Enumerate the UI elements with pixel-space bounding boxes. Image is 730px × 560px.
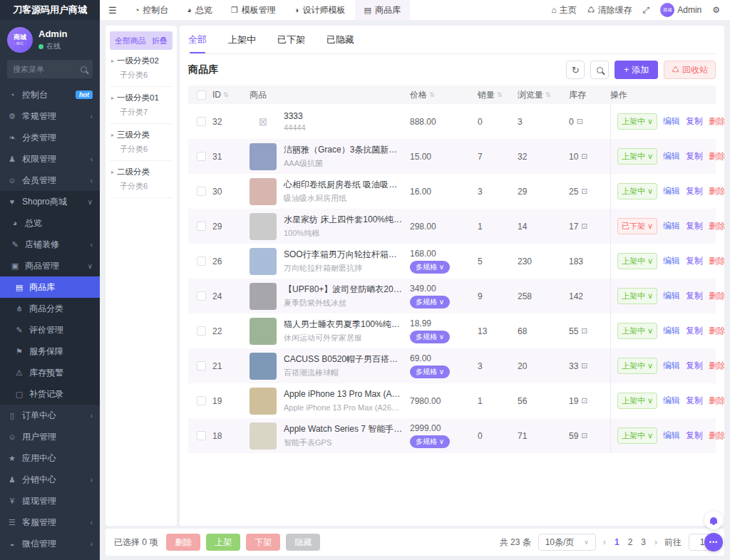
- sidebar-item-stock-warning[interactable]: ⚠库存预警: [0, 362, 100, 383]
- page-3[interactable]: 3: [641, 537, 646, 547]
- tree-node[interactable]: ▸一级分类01子分类7: [110, 87, 173, 124]
- sidebar-item-withdraw[interactable]: ¥提现管理: [0, 490, 100, 512]
- sidebar-item-wechat[interactable]: ◒微信管理‹: [0, 533, 100, 554]
- bulk-delete-button[interactable]: 删除: [166, 534, 200, 551]
- clear-cache-button[interactable]: ♺清除缓存: [587, 4, 632, 16]
- topbar-user[interactable]: 商城 Admin: [660, 3, 701, 17]
- home-link[interactable]: ⌂主页: [552, 4, 577, 16]
- sidebar-item-general[interactable]: ⚙常规管理‹: [0, 105, 100, 127]
- page-size-select[interactable]: 10条/页 ∨: [538, 534, 596, 551]
- topbar-tab-overview[interactable]: ◕总览: [178, 0, 222, 20]
- row-checkbox[interactable]: [197, 291, 206, 301]
- delete-link[interactable]: 删除: [709, 150, 724, 162]
- user-avatar[interactable]: 商城 - BIC -: [7, 27, 33, 53]
- status-dropdown[interactable]: 上架中 ∨: [617, 253, 657, 269]
- status-dropdown[interactable]: 上架中 ∨: [617, 288, 657, 304]
- stock-box-icon[interactable]: ⊡: [581, 361, 587, 370]
- sidebar-item-review[interactable]: ✎评价管理: [0, 319, 100, 341]
- sidebar-item-decorate[interactable]: ✎店铺装修‹: [0, 234, 100, 255]
- row-checkbox[interactable]: [197, 222, 206, 231]
- sidebar-item-restock[interactable]: ▢补货记录: [0, 383, 100, 405]
- edit-link[interactable]: 编辑: [663, 150, 680, 162]
- copy-link[interactable]: 复制: [686, 115, 703, 128]
- delete-link[interactable]: 删除: [709, 290, 724, 302]
- copy-link[interactable]: 复制: [686, 290, 703, 302]
- next-page-button[interactable]: ›: [654, 537, 657, 547]
- edit-link[interactable]: 编辑: [663, 360, 680, 372]
- tree-node[interactable]: ▸二级分类子分类6: [110, 161, 173, 198]
- multi-spec-badge[interactable]: 多规格 ∨: [410, 365, 450, 378]
- topbar-tab-goods-library[interactable]: ▤商品库: [355, 0, 410, 20]
- sidebar-item-order[interactable]: ▯订单中心‹: [0, 405, 100, 426]
- copy-link[interactable]: 复制: [686, 150, 703, 162]
- multi-spec-badge[interactable]: 多规格 ∨: [410, 261, 450, 274]
- row-checkbox[interactable]: [197, 187, 206, 196]
- recycle-bin-button[interactable]: ♺回收站: [664, 61, 716, 79]
- bulk-hide-button[interactable]: 隐藏: [286, 534, 320, 551]
- edit-link[interactable]: 编辑: [663, 220, 680, 232]
- status-dropdown[interactable]: 上架中 ∨: [617, 113, 657, 130]
- sidebar-item-distribution[interactable]: ♟分销中心‹: [0, 469, 100, 490]
- chat-fab-button[interactable]: •••: [704, 533, 723, 551]
- delete-link[interactable]: 删除: [709, 395, 724, 407]
- delete-link[interactable]: 删除: [709, 220, 724, 232]
- edit-link[interactable]: 编辑: [663, 115, 680, 128]
- status-dropdown[interactable]: 上架中 ∨: [617, 358, 657, 374]
- multi-spec-badge[interactable]: 多规格 ∨: [410, 435, 450, 448]
- sidebar-item-console[interactable]: ◔控制台hot: [0, 84, 100, 105]
- sidebar-item-app[interactable]: ★应用中心: [0, 447, 100, 469]
- tree-node[interactable]: ▸一级分类02子分类6: [110, 50, 173, 87]
- delete-link[interactable]: 删除: [709, 325, 724, 337]
- status-dropdown[interactable]: 已下架 ∨: [617, 218, 657, 234]
- column-header-价格[interactable]: 价格⇅: [410, 89, 478, 101]
- topbar-tab-console[interactable]: ◔控制台: [125, 0, 178, 20]
- menu-toggle-button[interactable]: ☰: [100, 0, 125, 20]
- notification-fab-button[interactable]: [704, 511, 723, 529]
- sidebar-item-overview[interactable]: ◕总览: [0, 212, 100, 234]
- tab-上架中[interactable]: 上架中: [228, 26, 256, 53]
- tab-已隐藏[interactable]: 已隐藏: [327, 26, 354, 53]
- sidebar-item-user[interactable]: ☺用户管理: [0, 426, 100, 447]
- topbar-tab-template[interactable]: ❒模板管理: [222, 0, 285, 20]
- sidebar-item-service[interactable]: ⚑服务保障: [0, 341, 100, 362]
- status-dropdown[interactable]: 上架中 ∨: [617, 148, 657, 165]
- sidebar-item-goods-library[interactable]: ▤商品库: [0, 276, 100, 298]
- refresh-button[interactable]: ↻: [566, 61, 585, 79]
- bulk-on-shelf-button[interactable]: 上架: [206, 534, 240, 551]
- stock-box-icon[interactable]: ⊡: [581, 396, 587, 405]
- copy-link[interactable]: 复制: [686, 430, 703, 442]
- column-header-ID[interactable]: ID⇅: [212, 90, 250, 100]
- settings-button[interactable]: ⚙: [712, 5, 720, 15]
- tree-node[interactable]: ▸三级分类子分类6: [110, 124, 173, 161]
- row-checkbox[interactable]: [197, 152, 206, 161]
- delete-link[interactable]: 删除: [709, 115, 724, 128]
- status-dropdown[interactable]: 上架中 ∨: [617, 393, 657, 409]
- sidebar-item-shopro[interactable]: ♥Shopro商城∨: [0, 191, 100, 212]
- page-2[interactable]: 2: [628, 537, 633, 547]
- column-header-销量[interactable]: 销量⇅: [478, 89, 518, 101]
- sidebar-item-goods-manage[interactable]: ▣商品管理∨: [0, 255, 100, 276]
- status-dropdown[interactable]: 上架中 ∨: [617, 323, 657, 339]
- row-checkbox[interactable]: [197, 396, 206, 405]
- copy-link[interactable]: 复制: [686, 255, 703, 267]
- multi-spec-badge[interactable]: 多规格 ∨: [410, 331, 450, 343]
- topbar-tab-designer[interactable]: ◑设计师模板: [285, 0, 355, 20]
- copy-link[interactable]: 复制: [686, 220, 703, 232]
- page-1[interactable]: 1: [615, 537, 620, 547]
- tab-已下架[interactable]: 已下架: [277, 26, 305, 53]
- delete-link[interactable]: 删除: [709, 360, 724, 372]
- row-checkbox[interactable]: [197, 256, 206, 266]
- sidebar-item-service-center[interactable]: ☰客服管理‹: [0, 512, 100, 533]
- sidebar-item-category[interactable]: ❧分类管理: [0, 127, 100, 148]
- copy-link[interactable]: 复制: [686, 325, 703, 337]
- copy-link[interactable]: 复制: [686, 185, 703, 197]
- stock-box-icon[interactable]: ⊡: [581, 152, 587, 161]
- copy-link[interactable]: 复制: [686, 360, 703, 372]
- stock-box-icon[interactable]: ⊡: [581, 187, 587, 196]
- edit-link[interactable]: 编辑: [663, 290, 680, 302]
- sidebar-item-member[interactable]: ☺会员管理‹: [0, 170, 100, 191]
- edit-link[interactable]: 编辑: [663, 430, 680, 442]
- multi-spec-badge[interactable]: 多规格 ∨: [410, 296, 450, 308]
- row-checkbox[interactable]: [197, 431, 206, 440]
- stock-box-icon[interactable]: ⊡: [581, 431, 587, 440]
